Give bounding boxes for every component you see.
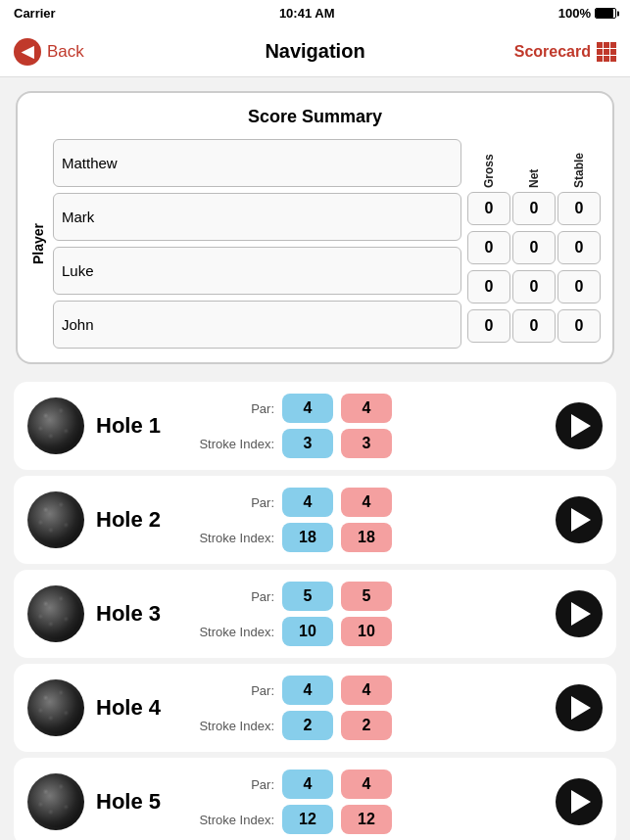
hole-1-play-button[interactable] xyxy=(556,402,603,449)
hole-5-si-pink: 12 xyxy=(341,805,392,834)
hole-5-name: Hole 5 xyxy=(96,789,174,815)
hole-4-item: Hole 4 Par: 4 4 Stroke Index: 2 2 xyxy=(14,664,616,752)
hole-list: Hole 1 Par: 4 4 Stroke Index: 3 3 Hole 2 xyxy=(0,378,630,840)
gross-header: Gross xyxy=(482,139,496,188)
hole-1-par-row: Par: 4 4 xyxy=(186,394,544,423)
player-4-input[interactable] xyxy=(53,301,461,349)
battery-area: 100% xyxy=(558,6,616,21)
hole-4-par-blue: 4 xyxy=(282,676,333,705)
hole-3-par-blue: 5 xyxy=(282,582,333,611)
hole-5-si-row: Stroke Index: 12 12 xyxy=(186,805,544,834)
matthew-stable: 0 xyxy=(557,192,601,225)
hole-4-si-pink: 2 xyxy=(341,711,392,740)
play-icon-3 xyxy=(571,602,591,626)
si-label-1: Stroke Index: xyxy=(186,437,274,451)
nav-bar-wrapper: ◀ Back Navigation Scorecard xyxy=(0,26,630,77)
par-label-2: Par: xyxy=(186,495,274,510)
scorecard-label: Scorecard xyxy=(514,43,591,61)
player-3-input[interactable] xyxy=(53,247,461,295)
hole-2-par-row: Par: 4 4 xyxy=(186,488,544,517)
hole-1-si-blue: 3 xyxy=(282,429,333,458)
hole-5-play-button[interactable] xyxy=(556,778,603,825)
carrier-label: Carrier xyxy=(14,6,56,21)
hole-5-ball-icon xyxy=(27,773,84,830)
hole-5-par-blue: 4 xyxy=(282,770,333,799)
hole-2-name: Hole 2 xyxy=(96,507,174,533)
hole-3-si-pink: 10 xyxy=(341,617,392,646)
player-vertical-label: Player xyxy=(29,139,47,349)
score-summary-title: Score Summary xyxy=(29,107,601,127)
hole-3-si-blue: 10 xyxy=(282,617,333,646)
hole-5-si-blue: 12 xyxy=(282,805,333,834)
hole-5-par-pink: 4 xyxy=(341,770,392,799)
hole-2-stats: Par: 4 4 Stroke Index: 18 18 xyxy=(186,488,544,552)
luke-stable: 0 xyxy=(557,270,601,303)
player-names-col xyxy=(53,139,461,349)
back-label: Back xyxy=(47,42,84,62)
hole-1-si-pink: 3 xyxy=(341,429,392,458)
scorecard-button[interactable]: Scorecard xyxy=(514,42,616,62)
play-icon-2 xyxy=(571,508,591,532)
john-net: 0 xyxy=(512,309,556,343)
scorecard-grid-icon xyxy=(597,42,616,62)
back-button[interactable]: ◀ Back xyxy=(14,38,84,66)
status-bar: Carrier 10:41 AM 100% xyxy=(0,0,630,26)
net-header: Net xyxy=(527,139,541,188)
mark-stable: 0 xyxy=(557,231,601,264)
hole-3-par-row: Par: 5 5 xyxy=(186,582,544,611)
back-chevron-icon: ◀ xyxy=(14,38,41,66)
player-2-input[interactable] xyxy=(53,193,461,241)
hole-1-par-pink: 4 xyxy=(341,394,392,423)
luke-gross: 0 xyxy=(467,270,510,303)
hole-4-stats: Par: 4 4 Stroke Index: 2 2 xyxy=(186,676,544,740)
mark-net: 0 xyxy=(512,231,556,264)
hole-4-si-row: Stroke Index: 2 2 xyxy=(186,711,544,740)
mark-gross: 0 xyxy=(467,231,510,264)
hole-2-si-row: Stroke Index: 18 18 xyxy=(186,523,544,552)
hole-3-play-button[interactable] xyxy=(556,590,603,637)
hole-4-si-blue: 2 xyxy=(282,711,333,740)
hole-2-item: Hole 2 Par: 4 4 Stroke Index: 18 18 xyxy=(14,476,616,564)
stable-header: Stable xyxy=(572,139,586,188)
hole-3-name: Hole 3 xyxy=(96,601,174,627)
par-label-4: Par: xyxy=(186,683,274,698)
hole-4-par-pink: 4 xyxy=(341,676,392,705)
hole-1-name: Hole 1 xyxy=(96,413,174,439)
play-icon-1 xyxy=(571,414,591,438)
hole-1-stats: Par: 4 4 Stroke Index: 3 3 xyxy=(186,394,544,458)
nav-title: Navigation xyxy=(265,40,364,63)
gross-col: Gross 0 0 0 0 xyxy=(467,139,510,349)
hole-5-item: Hole 5 Par: 4 4 Stroke Index: 12 12 xyxy=(14,758,616,840)
john-gross: 0 xyxy=(467,309,510,343)
par-label-1: Par: xyxy=(186,401,274,416)
score-summary-section: Score Summary Player Gross 0 0 0 0 xyxy=(0,77,630,378)
si-label-4: Stroke Index: xyxy=(186,719,274,733)
hole-3-ball-icon xyxy=(27,585,84,642)
hole-1-par-blue: 4 xyxy=(282,394,333,423)
si-label-5: Stroke Index: xyxy=(186,813,274,827)
hole-2-si-pink: 18 xyxy=(341,523,392,552)
stable-col: Stable 0 0 0 0 xyxy=(557,139,601,349)
john-stable: 0 xyxy=(557,309,601,343)
hole-2-par-pink: 4 xyxy=(341,488,392,517)
hole-2-play-button[interactable] xyxy=(556,496,603,543)
hole-3-si-row: Stroke Index: 10 10 xyxy=(186,617,544,646)
hole-3-stats: Par: 5 5 Stroke Index: 10 10 xyxy=(186,582,544,646)
scores-area: Gross 0 0 0 0 Net 0 0 0 0 Stable 0 0 xyxy=(467,139,601,349)
hole-5-stats: Par: 4 4 Stroke Index: 12 12 xyxy=(186,770,544,834)
nav-bar: ◀ Back Navigation Scorecard xyxy=(0,26,630,77)
score-summary-box: Score Summary Player Gross 0 0 0 0 xyxy=(16,91,614,364)
hole-4-par-row: Par: 4 4 xyxy=(186,676,544,705)
hole-2-par-blue: 4 xyxy=(282,488,333,517)
hole-4-play-button[interactable] xyxy=(556,684,603,731)
battery-percent: 100% xyxy=(558,6,591,21)
player-1-input[interactable] xyxy=(53,139,461,187)
par-label-5: Par: xyxy=(186,777,274,792)
matthew-gross: 0 xyxy=(467,192,510,225)
si-label-3: Stroke Index: xyxy=(186,625,274,639)
hole-1-item: Hole 1 Par: 4 4 Stroke Index: 3 3 xyxy=(14,382,616,470)
luke-net: 0 xyxy=(512,270,556,303)
hole-2-si-blue: 18 xyxy=(282,523,333,552)
hole-4-ball-icon xyxy=(27,679,84,736)
hole-1-si-row: Stroke Index: 3 3 xyxy=(186,429,544,458)
